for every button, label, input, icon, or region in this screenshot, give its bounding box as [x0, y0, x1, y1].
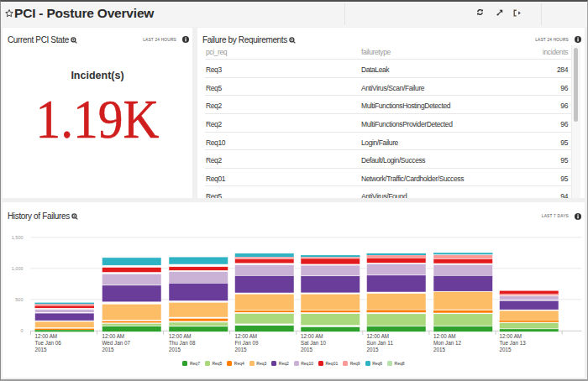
- svg-text:2015: 2015: [367, 347, 380, 352]
- svg-text:12:00 AM: 12:00 AM: [367, 333, 390, 339]
- svg-text:Wed Jan 07: Wed Jan 07: [102, 340, 131, 346]
- svg-text:2015: 2015: [169, 347, 181, 352]
- svg-text:12:00 AM: 12:00 AM: [102, 333, 125, 339]
- svg-text:2015: 2015: [301, 347, 313, 352]
- svg-text:Thu Jan 08: Thu Jan 08: [169, 340, 196, 346]
- svg-text:Mon Jan 12: Mon Jan 12: [433, 340, 461, 346]
- svg-text:2015: 2015: [235, 347, 248, 352]
- svg-text:1,500: 1,500: [12, 235, 24, 240]
- svg-text:12:00 AM: 12:00 AM: [433, 333, 456, 339]
- svg-text:Fri Jan 09: Fri Jan 09: [235, 340, 259, 346]
- svg-text:Sat Jan 10: Sat Jan 10: [301, 340, 327, 346]
- svg-text:12:00 AM: 12:00 AM: [35, 333, 58, 339]
- svg-text:12:00 AM: 12:00 AM: [235, 333, 258, 339]
- svg-text:500: 500: [15, 297, 23, 302]
- svg-text:12:00 AM: 12:00 AM: [169, 333, 192, 339]
- svg-text:0: 0: [20, 328, 23, 333]
- svg-text:2015: 2015: [500, 347, 512, 352]
- svg-text:2015: 2015: [35, 347, 48, 352]
- svg-text:Tue Jan 13: Tue Jan 13: [500, 340, 527, 346]
- svg-text:2015: 2015: [102, 347, 115, 352]
- svg-text:12:00 AM: 12:00 AM: [500, 333, 522, 339]
- svg-text:Tue Jan 06: Tue Jan 06: [35, 340, 62, 346]
- svg-text:2015: 2015: [433, 347, 446, 352]
- svg-text:12:00 AM: 12:00 AM: [301, 333, 323, 339]
- svg-text:Sun Jan 11: Sun Jan 11: [367, 340, 394, 346]
- svg-text:1,000: 1,000: [12, 266, 24, 271]
